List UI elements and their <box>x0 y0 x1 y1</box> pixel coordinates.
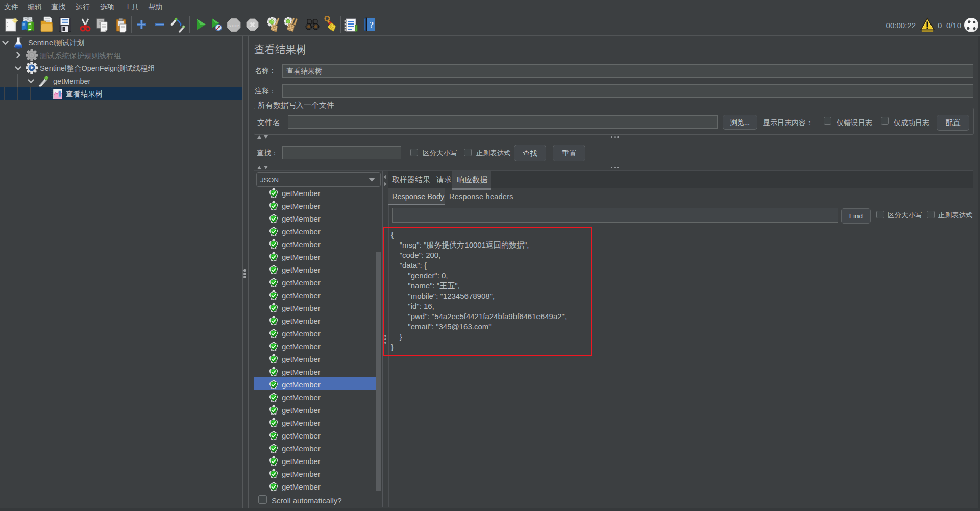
svg-text:?: ? <box>370 20 374 30</box>
svg-text:STOP: STOP <box>228 23 239 28</box>
